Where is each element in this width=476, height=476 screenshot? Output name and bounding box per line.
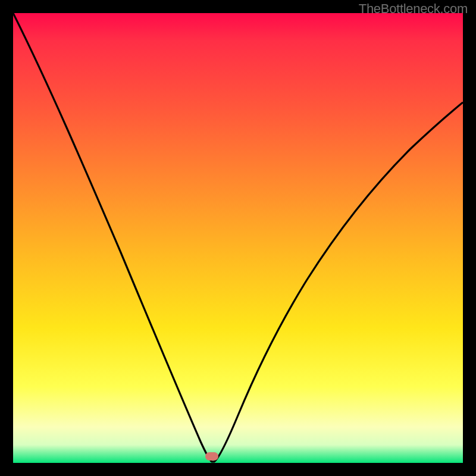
plot-area (13, 13, 463, 463)
optimal-marker (205, 452, 218, 461)
curve-svg (13, 13, 463, 463)
chart-frame: TheBottleneck.com (0, 0, 476, 476)
watermark-text: TheBottleneck.com (359, 1, 468, 17)
bottleneck-curve (13, 13, 463, 462)
